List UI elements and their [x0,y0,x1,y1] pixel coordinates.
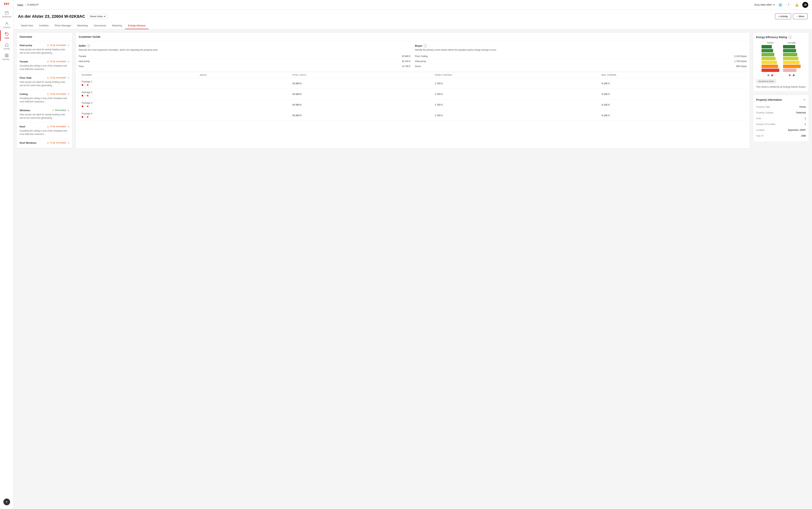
item-desc: Heat pumps are ideal for saving heating … [20,80,69,87]
add-button[interactable]: + [3,499,10,505]
chevron-down-icon[interactable]: ∨ [67,93,69,96]
prop-value: House [799,106,806,108]
col-total: TOTAL COSTS [289,72,432,78]
chevron-down-icon[interactable]: ∨ [67,44,69,47]
notifications-icon[interactable]: 🔔 [794,2,799,7]
item-title: Windows [20,109,30,112]
buyer-row-label: Heat pump [415,60,426,63]
prop-label: Property Type [756,106,770,108]
edit-icon[interactable]: ✏ [803,98,806,101]
from-dot [82,106,83,107]
item-right: ⚠ To be renovated ∨ [47,60,69,63]
seller-info-icon[interactable]: i [87,44,90,47]
shop-selector[interactable]: Shop Mitte MMC ▾ [754,3,775,6]
calendar-icon [5,11,9,15]
customer-guide-header: Customer Guide [76,33,750,41]
breadcrumb-separator: › [25,3,26,6]
col-funding: MAX. FUNDING [599,72,747,78]
rating-bar-row [783,65,801,68]
tab-energy-advisory[interactable]: Energy Advisory [125,22,148,29]
street-index-button[interactable]: Street Index ▾ [87,14,108,19]
chevron-down-icon[interactable]: ∨ [67,125,69,128]
future-bar [783,69,797,72]
cell-funding: 9.180 € [599,89,747,99]
chevron-down-icon[interactable]: ∨ [67,60,69,63]
rating-columns: TODAY G FUTURE [756,42,806,77]
more-button[interactable]: ··· More [793,13,808,19]
rating-bar-row [762,61,779,64]
item-title: Roof [20,125,25,128]
prop-value: Detached [796,111,806,114]
item-desc: Insulating the ceiling is one of the che… [20,64,69,71]
item-title: Heat pump [20,44,32,47]
item-title: Roof Windows [20,141,36,144]
breadcrumb-sales[interactable]: Sales [17,3,23,6]
future-bar [783,53,797,56]
today-bar [762,61,777,64]
future-bar [783,45,795,48]
item-header: Roof Windows ⚠ To be renovated ∨ [20,141,69,144]
tab-activities[interactable]: Activities [36,22,52,29]
language-icon[interactable]: 🌐 [778,2,783,7]
tab-detail-view[interactable]: Detail View [18,22,36,29]
cell-yearly: 1.700 € [432,110,599,121]
activity-button[interactable]: + Activity [775,13,791,19]
overview-item: Ceiling ⚠ To be renovated ∨ Insulating t… [16,90,72,106]
item-right: ⚠ To be renovated ∨ [47,125,69,128]
status-badge: ⚠ To be renovated [47,60,66,63]
sidebar-item-develop[interactable]: Develop... [0,52,13,62]
status-badge: ⚠ To be renovated [47,125,66,128]
to-dot [87,106,89,107]
prop-info: Property Information ✏ Property TypeHous… [753,95,809,142]
help-icon[interactable]: ? [786,2,791,7]
avatar[interactable]: JD [802,2,808,8]
prop-label: Units [756,117,761,120]
chevron-down-icon[interactable]: ∨ [67,76,69,79]
item-title: Floor Slab [20,76,32,79]
status-badge: ⚠ To be renovated [47,141,66,144]
from-dot [82,84,83,86]
cell-areas [197,78,290,89]
col-areas: AREAS [197,72,290,78]
item-desc: Insulating the ceiling is one of the che… [20,129,69,136]
tab-matching[interactable]: Matching [109,22,125,29]
energy-rating-info-icon[interactable]: i [788,35,792,39]
seller-row-label: Facade [79,55,86,58]
item-right: ✓ Renovated ∨ [52,109,69,112]
property-row: Number of Families1 [756,122,806,127]
customer-guide-panel: Customer Guide Seller i Discover the mos… [75,32,750,148]
tab-marketing[interactable]: Marketing [74,22,91,29]
tab-documents[interactable]: Documents [91,22,109,29]
chevron-down-icon[interactable]: ∨ [67,109,69,112]
prop-info-header: Property Information ✏ [756,98,806,101]
sidebar-item-dashboard[interactable]: Dashboard [0,9,13,20]
sidebar-item-lettings[interactable]: Lettings [0,41,13,52]
chevron-down-icon[interactable]: ∨ [67,141,69,144]
svg-point-4 [6,22,7,24]
property-row: LocationEppendorf, 20097 [756,127,806,133]
sidebar-item-sales[interactable]: Sales [0,30,13,41]
prop-value: Eppendorf, 20097 [788,129,806,131]
cell-funding: 9.180 € [599,110,747,121]
rating-bar-row [783,57,801,60]
tag-icon [5,32,9,36]
rating-bar-row [783,61,801,64]
nav-right: Shop Mitte MMC ▾ 🌐 ? 🔔 JD [754,2,808,8]
dropdown-arrow-icon: ▾ [104,15,105,18]
header-actions: + Activity ··· More [775,13,808,19]
prop-label: Number of Families [756,123,776,126]
seller-desc: Discover the most expensive renovation, … [79,48,410,52]
tab-photo-manager[interactable]: Photo Manager [52,22,74,29]
cell-funding: 9.180 € [599,99,747,110]
sidebar-item-contacts[interactable]: Contacts [0,20,13,30]
buyer-row: Doors980 €/year [415,64,747,69]
future-indicator: B [789,74,794,77]
col-yearly: YEARLY SAVINGS [432,72,599,78]
seller-row-value: 45.880 € [402,55,410,58]
sidebar-logo: E&V [4,2,9,5]
checked-badge: checked by Enter [756,79,776,83]
buyer-info-icon[interactable]: i [424,44,427,47]
rating-bar-row [762,49,779,52]
future-bars [783,45,801,72]
arrow-icon: → [84,84,86,86]
